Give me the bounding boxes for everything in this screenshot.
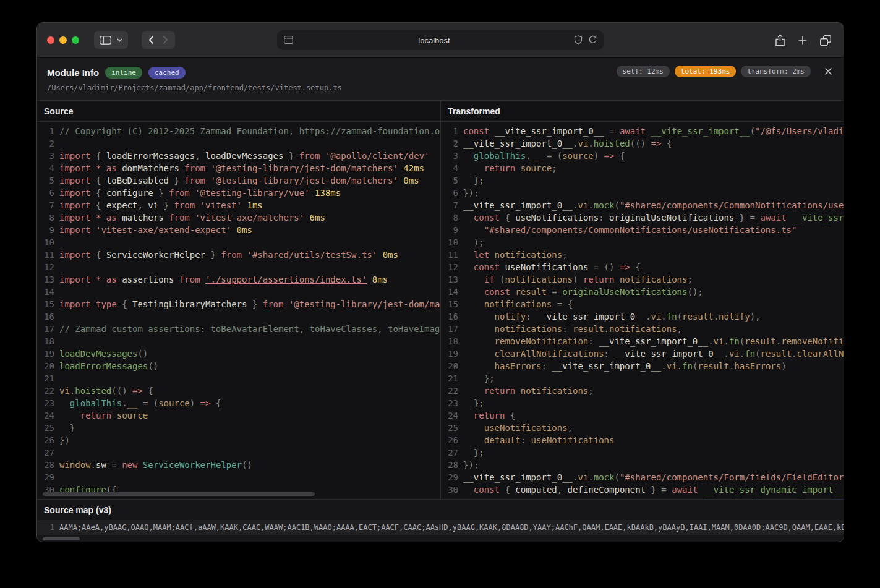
code-token: import [59, 250, 91, 260]
code-line: 13import * as assertions from './support… [37, 273, 440, 286]
code-line: 27 [37, 446, 440, 459]
back-button[interactable] [148, 35, 154, 45]
traffic-close-icon[interactable] [47, 36, 54, 44]
code-token: import [59, 188, 91, 198]
forward-button[interactable] [163, 35, 168, 45]
code-token [463, 151, 474, 161]
line-number: 24 [441, 409, 458, 422]
code-token: fn [745, 349, 755, 359]
line-number: 24 [37, 409, 54, 422]
code-token: => [604, 151, 615, 161]
code-token: fn [729, 336, 740, 346]
line-number: 30 [441, 484, 458, 496]
transformed-panel: Transformed 1const __vite_ssr_import_0__… [440, 101, 844, 499]
code-line: 26}) [37, 434, 440, 446]
code-token: originalUseNotifications [609, 213, 734, 223]
code-line: 29__vite_ssr_import_0__.vi.mock("#shared… [441, 471, 844, 484]
code-token: result [761, 349, 792, 359]
code-token: source [515, 163, 552, 173]
code-line: 20loadErrorMessages() [37, 360, 440, 372]
code-token: . [677, 361, 682, 371]
tab-overview-button[interactable] [820, 35, 831, 46]
line-number: 13 [37, 273, 54, 286]
code-token: __vite_ssr_dynamic_import__ [792, 213, 844, 223]
code-line: 11import { ServiceWorkerHelper } from '#… [37, 249, 440, 261]
traffic-zoom-icon[interactable] [72, 36, 79, 44]
code-token: . [588, 472, 593, 482]
code-token: : [521, 435, 531, 445]
code-token: 0ms [231, 225, 252, 235]
source-map-scrollbar[interactable] [43, 537, 80, 540]
source-code[interactable]: 1// Copyright (C) 2012-2025 Zammad Found… [37, 122, 440, 499]
code-token: }; [474, 398, 484, 408]
code-token: . [588, 138, 593, 148]
code-token: vi [729, 349, 740, 359]
code-token: } [70, 423, 75, 433]
code-token: result [698, 361, 729, 371]
code-line: 2__vite_ssr_import_0__.vi.hoisted(() => … [441, 137, 844, 150]
code-token: ( [495, 275, 505, 284]
address-bar[interactable]: localhost [277, 30, 604, 50]
code-token: : [599, 213, 609, 223]
traffic-minimize-icon[interactable] [59, 36, 67, 44]
browser-window: localhost [36, 22, 844, 542]
code-token: . [526, 151, 531, 161]
line-number: 1 [37, 125, 54, 137]
reload-icon[interactable] [588, 35, 597, 45]
code-token: } = [734, 213, 760, 223]
code-token: ) [573, 275, 583, 284]
code-token: ); [474, 237, 484, 247]
code-token: () [242, 460, 252, 470]
total-time-badge: total: 193ms [675, 66, 736, 77]
code-token: import [59, 163, 91, 173]
code-token: { [505, 411, 515, 420]
privacy-shield-icon[interactable] [574, 35, 583, 45]
code-token [463, 237, 474, 247]
code-token [463, 312, 495, 322]
new-tab-button[interactable] [798, 35, 808, 45]
code-token: globalThis [70, 398, 122, 408]
code-token [59, 411, 80, 420]
sidebar-toggle-button[interactable] [94, 31, 128, 49]
code-token [463, 336, 495, 346]
share-button[interactable] [775, 34, 785, 46]
page-title: Module Info [47, 67, 99, 78]
line-number: 18 [37, 335, 54, 347]
line-number: 3 [37, 150, 54, 162]
code-token: ) [594, 151, 604, 161]
code-token: } = [646, 485, 672, 495]
code-token: . [588, 200, 593, 210]
line-number: 8 [37, 211, 54, 224]
transformed-code[interactable]: 1const __vite_ssr_import_0__ = await __v… [441, 122, 844, 499]
code-token: vi [578, 200, 588, 210]
code-token [463, 163, 484, 173]
code-token: useNotifications [500, 262, 594, 272]
code-token: ( [740, 336, 745, 346]
code-line: 22vi.hoisted(() => { [37, 385, 440, 397]
code-line: 24 return { [441, 409, 844, 422]
code-token: ; [562, 250, 567, 260]
code-token: if [484, 275, 495, 284]
transformed-panel-title: Transformed [441, 101, 844, 122]
browser-toolbar: localhost [37, 23, 844, 58]
code-token: loadDevMessages [205, 151, 283, 161]
code-token: = [547, 287, 562, 297]
code-line: 16 [37, 310, 440, 323]
horizontal-scrollbar[interactable] [43, 492, 315, 496]
code-token: '@testing-library/vue' [190, 188, 310, 198]
code-token: TestingLibraryMatchers [132, 299, 247, 309]
code-token: __vite_ssr_import__ [651, 126, 750, 136]
code-token: ServiceWorkerHelper [106, 250, 205, 260]
close-button[interactable] [823, 66, 834, 77]
code-token [463, 275, 484, 284]
code-line: 8 const { useNotifications: originalUseN… [441, 211, 844, 224]
sidebar-icon [100, 36, 111, 45]
code-token: useNotifications [484, 423, 568, 433]
code-token: }) [59, 435, 70, 445]
code-token: defineComponent [568, 485, 646, 495]
code-line: 15import type { TestingLibraryMatchers }… [37, 298, 440, 310]
module-link[interactable]: './support/assertions/index.ts' [205, 275, 367, 284]
code-token [59, 423, 70, 433]
source-map-mappings: AAMA;AAeA,yBAAG,QAAQ,MAAM;AACf,aAAW,KAAK… [59, 523, 844, 532]
line-number: 4 [441, 162, 458, 174]
